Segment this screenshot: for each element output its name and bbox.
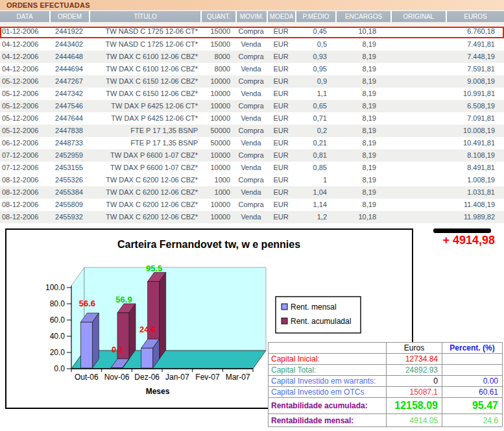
cell-p_medio: 0,9 (295, 75, 335, 88)
column-header-original: ORIGINAL (390, 11, 446, 22)
cell-titulo: TW DAX C 6200 12-06 CBZ* (89, 211, 200, 223)
cell-data: 08-12-2006 (0, 174, 49, 186)
cell-movim: Compra (235, 174, 267, 186)
table-row[interactable]: 08-12-20062455932TW DAX C 6200 12-06 CBZ… (0, 211, 504, 223)
summary-row: Rentabilidade acumulada:12158.0995.47 (269, 398, 503, 414)
table-row[interactable]: 04-12-20062444694TW DAX C 6100 12-06 CBZ… (0, 63, 504, 75)
chart-bar-side (160, 273, 166, 359)
y-axis-tick-label: 80.0 (50, 299, 66, 308)
cell-quant: 10000 (200, 112, 235, 125)
cell-original (390, 199, 446, 211)
table-row[interactable]: 08-12-20062455384TW DAX C 6200 12-06 CBZ… (0, 186, 504, 199)
table-row[interactable]: 05-12-20062447342TW DAX C 6150 12-06 CBZ… (0, 88, 504, 100)
cell-encargos: 8,19 (335, 199, 390, 211)
summary-val: 24.6 (442, 414, 503, 427)
summary-val: 95.47 (442, 398, 503, 414)
cell-titulo: TW DAX C 6100 12-06 CBZ* (89, 51, 200, 63)
cell-titulo: TW DAX C 6200 12-06 CBZ* (89, 186, 200, 199)
cell-encargos: 8,19 (335, 63, 390, 75)
cell-movim: Compra (235, 75, 267, 88)
cell-quant: 10000 (200, 149, 235, 162)
cell-titulo: TW NASD C 1725 12-06 CT* (89, 27, 200, 38)
cell-euros: 8.491,81 (446, 162, 504, 174)
cell-moeda: EUR (267, 100, 295, 112)
summary-row: Capital Investido em warrants:00.00 (269, 376, 503, 387)
column-header-movim: MOVIM. (235, 11, 267, 22)
chart-data-label: 56.9 (115, 295, 132, 304)
orders-table-body: 01-12-20062441922TW NASD C 1725 12-06 CT… (0, 27, 504, 223)
cell-euros: 1.008,19 (446, 174, 504, 186)
summary-row: Rentabilidade mensal:4914.0524.6 (269, 414, 503, 427)
chart-bar (80, 322, 92, 368)
cell-quant: 8000 (200, 51, 235, 63)
cell-ordem: 2453155 (49, 162, 89, 174)
trading-orders-screen: ORDENS EFECTUADAS DATAORDEMTÍTULOQUANT.M… (0, 0, 504, 431)
cell-movim: Venda (235, 88, 267, 100)
x-category-label: Mar-07 (226, 373, 250, 382)
cell-ordem: 2455384 (49, 186, 89, 199)
cell-original (390, 100, 446, 112)
x-category-label: Dez-06 (134, 373, 160, 382)
table-row[interactable]: 05-12-20062447838FTE P 17 1,35 BSNP50000… (0, 125, 504, 137)
column-header-quant: QUANT. (200, 11, 235, 22)
section-titlebar: ORDENS EFECTUADAS (0, 0, 504, 11)
cell-moeda: EUR (267, 137, 295, 149)
cell-original (390, 137, 446, 149)
table-row[interactable]: 05-12-20062447267TW DAX C 6150 12-06 CBZ… (0, 75, 504, 88)
cell-movim: Compra (235, 51, 267, 63)
table-row-selected[interactable]: 01-12-20062441922TW NASD C 1725 12-06 CT… (0, 27, 504, 38)
cell-quant: 1000 (200, 186, 235, 199)
table-row[interactable]: 05-12-20062447546TW DAX P 6425 12-06 CT*… (0, 100, 504, 112)
cell-original (390, 174, 446, 186)
cell-quant: 50000 (200, 125, 235, 137)
y-axis-tick-label: 100.0 (45, 283, 65, 292)
cell-p_medio: 0,81 (295, 149, 335, 162)
cell-encargos: 8,19 (335, 162, 390, 174)
cell-data: 01-12-2006 (0, 27, 49, 38)
x-category-label: Fev-07 (195, 373, 220, 382)
column-header-data: DATA (0, 11, 49, 22)
cell-encargos: 10,18 (335, 27, 390, 38)
cell-encargos: 8,19 (335, 186, 390, 199)
table-row[interactable]: 04-12-20062444648TW DAX C 6100 12-06 CBZ… (0, 51, 504, 63)
cell-p_medio: 0,65 (295, 100, 335, 112)
y-axis-tick-label: 20.0 (50, 348, 66, 357)
summary-row: Capital Total:24892.93 (269, 365, 503, 376)
column-header-encargos: ENCARGOS (335, 11, 390, 22)
table-row[interactable]: 04-12-20062443402TW NASD C 1725 12-06 CT… (0, 38, 504, 51)
cell-data: 05-12-2006 (0, 100, 49, 112)
cell-quant: 50000 (200, 137, 235, 149)
table-row[interactable]: 08-12-20062455809TW DAX C 6200 12-06 CBZ… (0, 199, 504, 211)
cell-data: 06-12-2006 (0, 137, 49, 149)
summary-val: 60.61 (442, 387, 503, 398)
table-row[interactable]: 06-12-20062448733FTE P 17 1,35 BSNP50000… (0, 137, 504, 149)
cell-moeda: EUR (267, 27, 295, 38)
cell-ordem: 2447342 (49, 88, 89, 100)
cell-euros: 6.508,19 (446, 100, 504, 112)
chart-data-label: 24.6 (139, 325, 156, 334)
table-row[interactable]: 07-12-20062453155TW DAX P 6600 1-07 CBZ*… (0, 162, 504, 174)
cell-data: 08-12-2006 (0, 211, 49, 223)
cell-moeda: EUR (267, 211, 295, 223)
chart-title: Carteira Fernandovet tw, w e pennies (117, 239, 300, 250)
cell-movim: Venda (235, 137, 267, 149)
capital-summary-table: EurosPercent. (%)Capital Inicial:12734.8… (268, 342, 503, 427)
cell-original (390, 75, 446, 88)
cell-data: 04-12-2006 (0, 51, 49, 63)
table-row[interactable]: 05-12-20062447644TW DAX P 6425 12-06 CT*… (0, 112, 504, 125)
cell-data: 05-12-2006 (0, 88, 49, 100)
chart-data-label: 0.2 (112, 345, 123, 354)
x-category-label: Nov-06 (104, 373, 130, 382)
table-row[interactable]: 08-12-20062455326TW DAX C 6200 12-06 CBZ… (0, 174, 504, 186)
cell-moeda: EUR (267, 162, 295, 174)
table-row[interactable]: 07-12-20062452959TW DAX P 6600 1-07 CBZ*… (0, 149, 504, 162)
euros-total-rule (433, 228, 491, 233)
cell-encargos: 8,19 (335, 137, 390, 149)
cell-original (390, 27, 446, 38)
cell-encargos: 10,18 (335, 211, 390, 223)
cell-ordem: 2455326 (49, 174, 89, 186)
cell-data: 05-12-2006 (0, 125, 49, 137)
cell-encargos: 8,19 (335, 100, 390, 112)
cell-titulo: TW DAX C 6200 12-06 CBZ* (89, 199, 200, 211)
orders-table-header: DATAORDEMTÍTULOQUANT.MOVIM.MOEDAP.MÉDIOE… (0, 11, 504, 22)
